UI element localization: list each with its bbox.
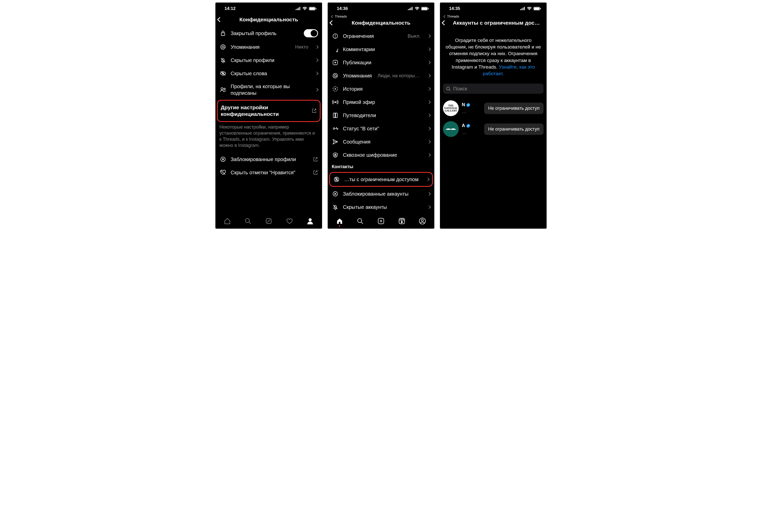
avatar[interactable]: [443, 121, 459, 137]
nav-activity[interactable]: [284, 216, 295, 226]
notification-dot-icon: [339, 225, 340, 227]
svg-rect-21: [421, 7, 427, 10]
nav-profile[interactable]: [417, 216, 427, 226]
at-icon: [220, 44, 226, 50]
bell-off-icon: [220, 57, 226, 63]
chevron-left-icon: [330, 20, 335, 26]
chevron-right-icon: [427, 87, 431, 91]
nav-reels[interactable]: [397, 216, 407, 226]
row-private-profile[interactable]: Закрытый профиль: [215, 26, 322, 40]
verified-badge-icon: [466, 103, 470, 107]
row-mentions2[interactable]: Упоминания Люди, на которых вы подписаны: [328, 69, 434, 82]
toggle-private[interactable]: [304, 29, 318, 38]
row-hidden-words[interactable]: Скрытые слова: [215, 67, 322, 80]
title-bar: Конфиденциальность: [328, 19, 434, 30]
search-placeholder: Поиск: [453, 86, 467, 92]
chevron-right-icon: [315, 88, 319, 92]
row-restricted-accounts[interactable]: …ты с ограниченным доступом: [330, 173, 432, 186]
row-story[interactable]: История: [328, 82, 434, 96]
row-activity-status[interactable]: Статус "В сети": [328, 122, 434, 135]
cellular-icon: [408, 7, 413, 10]
screen-restricted-accounts: 14:35 Threads Аккаунты с ограниченным до…: [440, 3, 547, 229]
chevron-right-icon: [427, 114, 431, 117]
back-button[interactable]: [442, 21, 451, 25]
wifi-icon: [527, 7, 532, 10]
search-icon: [356, 217, 364, 225]
row-comments[interactable]: Комментарии: [328, 43, 434, 56]
nav-home[interactable]: [335, 216, 345, 226]
svg-rect-45: [540, 8, 541, 9]
svg-point-34: [358, 218, 362, 223]
chevron-right-icon: [315, 72, 319, 75]
account-name[interactable]: N: [462, 102, 470, 108]
svg-rect-22: [428, 8, 429, 9]
profile-circle-icon: [419, 217, 426, 225]
search-icon: [446, 86, 451, 91]
chevron-right-icon: [427, 140, 431, 144]
avatar[interactable]: THE NATIONAL GALLERY: [443, 100, 459, 116]
nav-search[interactable]: [243, 216, 253, 226]
row-live[interactable]: Прямой эфир: [328, 96, 434, 109]
row-posts[interactable]: Публикации: [328, 56, 434, 69]
breadcrumb-label: Threads: [335, 15, 347, 18]
nav-home[interactable]: [222, 216, 232, 226]
cellular-icon: [296, 7, 301, 10]
story-icon: [332, 86, 338, 92]
chevron-right-icon: [427, 47, 431, 51]
svg-rect-0: [296, 9, 296, 10]
title-bar: Конфиденциальность: [215, 15, 322, 26]
label-private: Закрытый профиль: [231, 30, 300, 37]
screen-privacy-threads: 14:12 Конфиденциальность Закрытый профил…: [215, 3, 322, 229]
label-guides: Путеводители: [343, 112, 420, 118]
account-subtitle: …: [462, 130, 467, 135]
svg-rect-5: [309, 7, 315, 10]
unrestrict-button[interactable]: Не ограничивать доступ: [484, 103, 544, 114]
row-following[interactable]: Профили, на которые вы подписаны: [215, 80, 322, 99]
row-hide-likes[interactable]: Скрыть отметки "Нравится": [215, 166, 322, 179]
breadcrumb-back[interactable]: Threads: [440, 15, 547, 19]
row-muted-accounts[interactable]: Скрытые аккаунты: [328, 200, 434, 213]
back-button[interactable]: [218, 18, 226, 21]
nav-profile[interactable]: [305, 216, 315, 226]
battery-icon: [533, 7, 541, 10]
home-icon: [223, 217, 231, 225]
row-mentions[interactable]: Упоминания Никто: [215, 40, 322, 54]
highlighted-restricted: …ты с ограниченным доступом: [329, 172, 433, 187]
nav-search[interactable]: [355, 216, 365, 226]
chevron-right-icon: [427, 34, 431, 38]
back-button[interactable]: [330, 21, 338, 25]
svg-point-26: [334, 75, 336, 77]
chevron-left-icon: [217, 17, 222, 22]
contacts-header: Контакты: [328, 162, 434, 172]
chevron-right-icon: [427, 61, 431, 64]
row-messages[interactable]: Сообщения: [328, 135, 434, 148]
search-input[interactable]: Поиск: [443, 84, 544, 94]
nav-create[interactable]: [376, 216, 386, 226]
account-subtitle: …: [462, 109, 467, 114]
row-muted-profiles[interactable]: Скрытые профили: [215, 54, 322, 67]
label-other-settings: Другие настройки конфиденциальности: [221, 104, 306, 117]
svg-point-10: [221, 88, 223, 90]
title-bar: Аккаунты с ограниченным дос…: [440, 19, 547, 30]
nav-compose[interactable]: [264, 216, 274, 226]
chevron-right-icon: [427, 205, 431, 209]
status-icons: [408, 7, 429, 10]
row-guides[interactable]: Путеводители: [328, 109, 434, 122]
breadcrumb-label: Threads: [447, 15, 459, 18]
status-bar: 14:36: [328, 3, 434, 15]
search-icon: [244, 217, 252, 225]
broadcast-icon: [332, 99, 339, 105]
row-blocked-profiles[interactable]: Заблокированные профили: [215, 153, 322, 166]
unrestrict-button[interactable]: Не ограничивать доступ: [484, 123, 544, 135]
svg-point-29: [333, 128, 335, 129]
row-e2ee[interactable]: Сквозное шифрование: [328, 148, 434, 162]
svg-rect-16: [408, 9, 409, 10]
label-limits: Ограничения: [343, 33, 404, 39]
row-limits[interactable]: Ограничения Выкл.: [328, 30, 434, 43]
row-blocked-accounts[interactable]: Заблокированные аккаунты: [328, 187, 434, 200]
breadcrumb-back[interactable]: Threads: [328, 15, 434, 19]
account-name[interactable]: A: [462, 123, 470, 128]
row-other-privacy-settings[interactable]: Другие настройки конфиденциальности: [218, 101, 320, 121]
svg-rect-42: [524, 7, 525, 10]
heart-icon: [286, 217, 293, 225]
